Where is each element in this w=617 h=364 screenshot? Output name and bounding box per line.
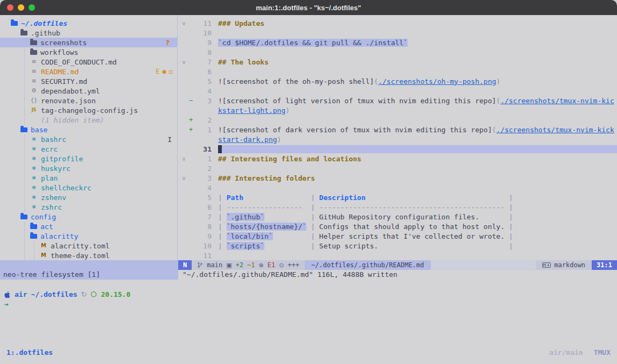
- tree-item-label: screenshots: [40, 39, 87, 47]
- terminal-screen: ~/.dotfiles.githubscreenshots?workflows≡…: [0, 15, 617, 364]
- line-content: start-dark.png): [218, 135, 281, 144]
- yaml-file-icon: ⚙: [30, 88, 38, 94]
- editor-line[interactable]: 5![screenshot of the oh-my-posh shell](.…: [180, 76, 617, 86]
- tree-item-label: plan: [41, 174, 58, 182]
- folder-icon: [30, 224, 37, 229]
- tree-item-bashrc[interactable]: *bashrcI: [0, 134, 177, 144]
- text-segment: |: [306, 223, 319, 231]
- tree-item-base[interactable]: base: [0, 125, 177, 134]
- editor-line[interactable]: v11### Updates: [180, 18, 617, 28]
- tree-item-github[interactable]: .github: [0, 28, 177, 38]
- tree-item-label: shellcheckrc: [41, 184, 92, 192]
- tree-item-act[interactable]: act: [0, 222, 177, 231]
- tree-item-zshrc[interactable]: *zshrc: [0, 202, 177, 212]
- editor-line[interactable]: 5| Path | Description |: [180, 192, 617, 202]
- tree-item-label: ecrc: [41, 145, 58, 153]
- tree-item-huskyrc[interactable]: *huskyrc: [0, 163, 177, 173]
- js-file-icon: JS: [30, 107, 38, 113]
- minimize-button[interactable]: [18, 4, 24, 11]
- tree-item-dependabot-yml[interactable]: ⚙dependabot.yml: [0, 86, 177, 96]
- statusline: N main ▣ +2 ~1 ⊗ E1 ⊙ +++ ~/.dotfiles/.g…: [0, 260, 617, 270]
- statusline-filetype-label: markdown: [554, 261, 585, 269]
- editor-line[interactable]: 9| `local/bin` | Helper scripts that I'v…: [180, 231, 617, 241]
- tree-item-label: zshenv: [41, 194, 66, 202]
- tree-item-zshenv[interactable]: *zshenv: [0, 192, 177, 202]
- fold-open-icon: v: [180, 175, 187, 181]
- editor-line[interactable]: v7## The looks: [180, 57, 617, 67]
- text-segment: ![screenshot of light version of tmux wi…: [218, 97, 496, 105]
- editor-line[interactable]: 10: [180, 28, 617, 38]
- tree-item-readme-md[interactable]: ≡README.mdE●◻: [0, 67, 177, 76]
- text-segment: |: [504, 232, 513, 240]
- editor-line[interactable]: kstart-light.png): [180, 105, 617, 115]
- close-button[interactable]: [7, 4, 13, 11]
- line-number: 31: [194, 145, 218, 153]
- editor-line[interactable]: +2: [180, 115, 617, 125]
- diff-added: +2: [236, 261, 243, 269]
- editor-line[interactable]: 11: [180, 251, 617, 260]
- git-sign: +: [187, 116, 194, 124]
- tree-item-security-md[interactable]: ≡SECURITY.md: [0, 76, 177, 86]
- node-icon: [90, 291, 97, 298]
- editor-line[interactable]: start-dark.png): [180, 134, 617, 144]
- tree-item-shellcheckrc[interactable]: *shellcheckrc: [0, 183, 177, 192]
- text-segment: ): [277, 135, 282, 144]
- editor-line[interactable]: 9`cd $HOME/.dotfiles && git pull && ./in…: [180, 38, 617, 47]
- editor-line[interactable]: 8: [180, 47, 617, 57]
- tree-item-workflows[interactable]: workflows: [0, 47, 177, 57]
- prompt-arrow[interactable]: →: [4, 300, 9, 308]
- editor-line[interactable]: 7| `.github` | GitHub Repository configu…: [180, 212, 617, 222]
- tree-item-theme-day-toml[interactable]: Mtheme-day.toml: [0, 251, 177, 260]
- tree-item-code-of-conduct-md[interactable]: ≡CODE_OF_CONDUCT.md: [0, 57, 177, 67]
- tree-item-alacritty-toml[interactable]: Malacritty.toml: [0, 241, 177, 251]
- toml-file-icon: M: [40, 252, 47, 259]
- editor-line[interactable]: 31: [180, 144, 617, 154]
- tree-item-gitprofile[interactable]: *gitprofile: [0, 154, 177, 163]
- shell-file-icon: *: [30, 177, 38, 182]
- tree-item-screenshots[interactable]: screenshots?: [0, 38, 177, 47]
- git-mark: ●: [163, 68, 166, 75]
- editor-line[interactable]: 6| ------------------ | ----------------…: [180, 202, 617, 212]
- tree-item-config[interactable]: config: [0, 212, 177, 222]
- markdown-file-icon: ≡: [30, 78, 38, 84]
- editor-line[interactable]: +1![screenshot of dark version of tmux w…: [180, 125, 617, 134]
- shell-file-icon: *: [30, 148, 38, 153]
- editor-line[interactable]: 10| `scripts` | Setup scripts. |: [180, 241, 617, 251]
- text-segment: |: [504, 223, 513, 231]
- line-content: ![screenshot of light version of tmux wi…: [218, 97, 614, 105]
- tmux-window-item[interactable]: 1:.dotfiles: [6, 348, 53, 356]
- editor-line[interactable]: v3### Interesting folders: [180, 173, 617, 183]
- tree-item-alacritty[interactable]: alacritty: [0, 231, 177, 241]
- editor-line[interactable]: v1## Interesting files and locations: [180, 154, 617, 163]
- editor-line[interactable]: 4: [180, 183, 617, 192]
- statusline-extra: +++: [288, 261, 299, 269]
- text-segment: Setup scripts.: [319, 242, 378, 250]
- tmux-statusbar: 1:.dotfiles air/main TMUX: [0, 347, 617, 357]
- editor-line[interactable]: 8| `hosts/{hostname}/` | Configs that sh…: [180, 222, 617, 231]
- text-segment: ): [496, 77, 501, 85]
- editor-line[interactable]: 2: [180, 163, 617, 173]
- editor-line[interactable]: 4: [180, 86, 617, 96]
- shell-file-icon: *: [30, 206, 38, 211]
- text-segment: |: [218, 232, 227, 240]
- line-content: ![screenshot of dark version of tmux wit…: [218, 126, 614, 134]
- neotree-panel: ~/.dotfiles.githubscreenshots?workflows≡…: [0, 15, 178, 260]
- tree-item-ecrc[interactable]: *ecrc: [0, 144, 177, 154]
- tree-item-label: ~/.dotfiles: [21, 19, 67, 27]
- shell-file-icon: *: [30, 187, 38, 191]
- line-content: ### Interesting folders: [218, 174, 315, 182]
- titlebar[interactable]: main:1:.dotfiles - "ks~/.dotfiles": [0, 0, 617, 15]
- tmux-right-status: air/main TMUX: [549, 348, 611, 356]
- markdown-file-icon: ≡: [30, 68, 38, 75]
- editor-line[interactable]: ~3![screenshot of light version of tmux …: [180, 96, 617, 105]
- tree-item-1-hidden-item[interactable]: (1 hidden item): [0, 115, 177, 125]
- tree-item-plan[interactable]: *plan: [0, 173, 177, 183]
- tree-item-tag-changelog-config-js[interactable]: JStag-changelog-config.js: [0, 105, 177, 115]
- editor-line[interactable]: 6: [180, 67, 617, 76]
- line-content: ## Interesting files and locations: [218, 155, 361, 163]
- tree-item-renovate-json[interactable]: {}renovate.json: [0, 96, 177, 105]
- tree-item-dotfiles[interactable]: ~/.dotfiles: [0, 18, 177, 28]
- zoom-button[interactable]: [29, 4, 35, 11]
- tmux-badge: TMUX: [594, 348, 611, 356]
- folder-icon: [20, 127, 27, 132]
